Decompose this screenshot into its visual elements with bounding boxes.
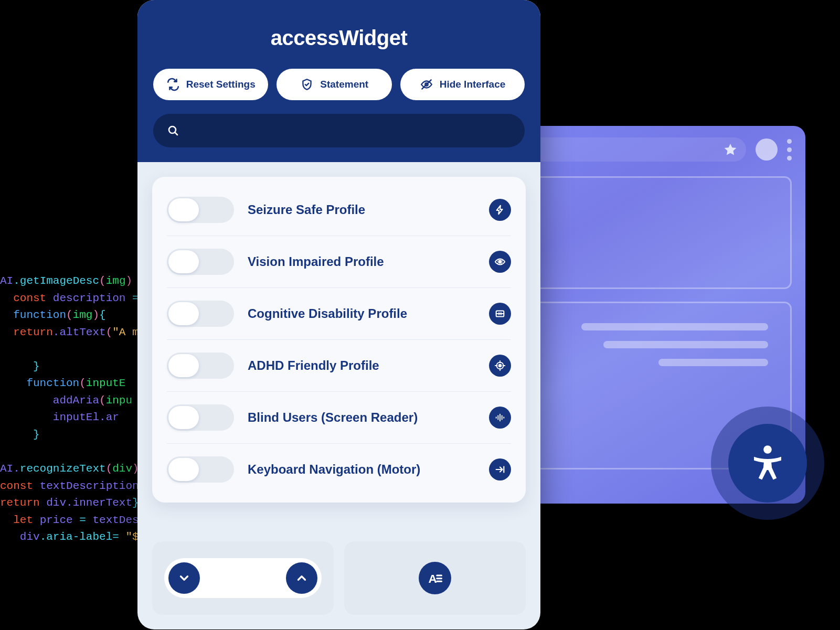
stepper-increase-button[interactable]: [286, 562, 317, 594]
profiles-card: Seizure Safe ProfileVision Impaired Prof…: [152, 177, 526, 503]
profile-toggle[interactable]: [167, 249, 234, 275]
profile-toggle[interactable]: [167, 404, 234, 431]
profile-label: Seizure Safe Profile: [248, 202, 475, 217]
svg-rect-19: [499, 414, 501, 422]
profile-label: Cognitive Disability Profile: [248, 306, 475, 321]
stepper-decrease-button[interactable]: [168, 562, 200, 594]
footer-tile-text[interactable]: A: [344, 541, 526, 615]
text-align-icon: A: [419, 562, 451, 594]
browser-avatar[interactable]: [756, 138, 778, 161]
footer-tile-stepper: [152, 541, 334, 615]
value-stepper: [164, 558, 322, 598]
reset-settings-button[interactable]: Reset Settings: [153, 69, 268, 100]
arrow-right-icon: [489, 458, 511, 480]
box-icon: [489, 303, 511, 325]
shield-icon: [300, 78, 314, 91]
access-widget-panel: accessWidget Reset Settings Statement Hi…: [137, 0, 540, 629]
statement-button[interactable]: Statement: [277, 69, 391, 100]
search-icon: [167, 124, 179, 137]
accessibility-person-icon: [747, 443, 788, 484]
browser-menu-dots-icon[interactable]: [787, 139, 792, 161]
svg-rect-18: [497, 415, 498, 420]
search-input[interactable]: [153, 114, 525, 147]
profile-label: Blind Users (Screen Reader): [248, 410, 475, 425]
profile-label: Keyboard Navigation (Motor): [248, 462, 475, 477]
eye-icon: [489, 251, 511, 273]
statement-label: Statement: [320, 79, 368, 90]
accessibility-fab[interactable]: [711, 407, 824, 520]
svg-rect-20: [502, 415, 503, 420]
widget-footer-tiles: A: [152, 541, 526, 615]
profile-row: Vision Impaired Profile: [167, 236, 511, 287]
profile-row: Keyboard Navigation (Motor): [167, 443, 511, 495]
svg-rect-21: [503, 417, 504, 419]
widget-action-row: Reset Settings Statement Hide Interface: [153, 69, 525, 100]
profile-row: Blind Users (Screen Reader): [167, 391, 511, 443]
reset-icon: [166, 78, 180, 91]
svg-rect-17: [496, 417, 497, 419]
widget-title: accessWidget: [153, 26, 525, 50]
profile-toggle[interactable]: [167, 353, 234, 379]
chevron-down-icon: [177, 571, 191, 585]
profile-toggle[interactable]: [167, 197, 234, 223]
profile-row: Seizure Safe Profile: [167, 184, 511, 236]
profile-row: Cognitive Disability Profile: [167, 287, 511, 339]
svg-text:A: A: [429, 572, 437, 585]
profile-label: ADHD Friendly Profile: [248, 358, 475, 373]
target-icon: [489, 355, 511, 377]
reset-settings-label: Reset Settings: [186, 79, 256, 90]
accessibility-fab-inner: [728, 424, 807, 503]
eye-off-icon: [420, 78, 433, 91]
svg-point-12: [499, 365, 502, 367]
svg-line-4: [175, 132, 177, 135]
hide-interface-button[interactable]: Hide Interface: [400, 69, 525, 100]
lightning-icon: [489, 199, 511, 221]
bookmark-star-icon: [723, 142, 738, 157]
profile-label: Vision Impaired Profile: [248, 254, 475, 269]
hide-interface-label: Hide Interface: [440, 79, 506, 90]
profile-toggle[interactable]: [167, 301, 234, 327]
svg-point-5: [498, 260, 501, 263]
profile-toggle[interactable]: [167, 456, 234, 483]
chevron-up-icon: [295, 571, 309, 585]
widget-header: accessWidget Reset Settings Statement Hi…: [137, 0, 540, 162]
profile-row: ADHD Friendly Profile: [167, 339, 511, 391]
code-snippet-bg: AI.getImageDesc(img) const description =…: [0, 273, 152, 546]
audio-icon: [489, 407, 511, 429]
svg-point-0: [763, 445, 772, 454]
